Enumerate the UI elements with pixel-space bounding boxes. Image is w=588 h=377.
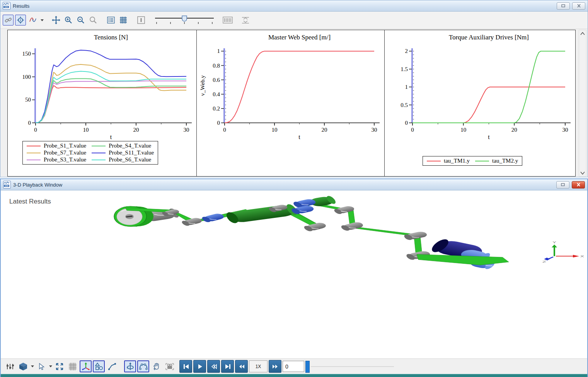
x-axis-label: t — [298, 134, 300, 140]
legend-label: Probe_S3_T.value — [44, 156, 86, 163]
close-button[interactable] — [572, 181, 585, 188]
playback-titlebar[interactable]: SIM 3-D Playback Window — [1, 179, 587, 190]
curve-style-dropdown[interactable] — [41, 19, 44, 21]
frame-input[interactable] — [283, 361, 304, 372]
series-tau_TM1.y[interactable] — [412, 87, 565, 123]
view-cube-dropdown[interactable] — [31, 365, 34, 367]
series-Probe_S11_T.value[interactable] — [36, 50, 186, 123]
fast-forward-button[interactable] — [269, 360, 281, 373]
legend-entry: Probe_S3_T.value — [27, 156, 86, 163]
fit-view-button[interactable] — [53, 360, 65, 372]
slider-handle[interactable] — [305, 361, 310, 373]
y-tick-label: 1.5 — [401, 66, 408, 72]
legend-entry: Probe_S6_T.value — [92, 156, 154, 163]
restore-button[interactable] — [556, 181, 569, 188]
results-toolbar — [0, 12, 588, 29]
select-pointer-dropdown[interactable] — [49, 365, 52, 367]
link-button[interactable] — [3, 15, 14, 25]
playback-toolbar: 1X — [1, 358, 587, 374]
axis-label-x: X — [580, 255, 584, 258]
close-button[interactable] — [572, 2, 585, 10]
pan-hand-button[interactable] — [150, 360, 162, 372]
vertical-scrollbar[interactable] — [579, 30, 586, 177]
playback-window: SIM 3-D Playback Window — [0, 178, 588, 377]
x-tick-label: 0 — [223, 127, 226, 133]
rewind-button[interactable] — [235, 360, 248, 373]
orbit-view-button[interactable] — [137, 360, 149, 372]
scroll-up-icon[interactable] — [579, 30, 586, 37]
series-Probe_S4_T.value[interactable] — [36, 79, 186, 123]
legend-entry: tau_TM1.y — [427, 158, 470, 164]
geometry-shapes-button[interactable] — [93, 360, 105, 372]
legend-line-sample — [92, 160, 106, 160]
y-tick-label: 0.6 — [213, 77, 220, 83]
zoom-out-button[interactable] — [75, 15, 86, 25]
legend-line-sample — [92, 153, 106, 153]
series-Probe_S6_T.value[interactable] — [36, 71, 186, 123]
scene-3d-viewport[interactable]: Y X Z — [1, 191, 587, 359]
play-button[interactable] — [193, 360, 206, 373]
skip-to-start-button[interactable] — [179, 360, 192, 373]
view-cube-button[interactable] — [17, 360, 29, 372]
record-video-button[interactable] — [164, 360, 176, 372]
series-Probe_S7_T.value[interactable] — [36, 65, 186, 123]
app-icon: SIM — [3, 2, 10, 10]
step-back-button[interactable] — [207, 360, 220, 373]
pan-button[interactable] — [51, 15, 61, 25]
playback-time-slider[interactable] — [305, 360, 406, 372]
x-tick-label: 30 — [372, 127, 377, 133]
chart-plot: Master Web Speed [m/]00.20.40.60.8101020… — [197, 30, 384, 143]
x-tick-label: 20 — [511, 127, 517, 133]
y-tick-label: 1 — [405, 84, 408, 90]
legend-entry: Probe_S4_T.value — [92, 143, 154, 149]
x-tick-label: 30 — [184, 127, 189, 133]
legend-entry: Probe_S1_T.value — [27, 143, 86, 149]
y-tick-label: 0.5 — [401, 102, 408, 108]
series-Probe_S1_T.value[interactable] — [36, 86, 186, 123]
drive-drum-green[interactable] — [224, 204, 299, 224]
restore-button[interactable] — [557, 2, 570, 10]
curve-style-button[interactable] — [27, 15, 38, 25]
results-titlebar[interactable]: SIM Results — [0, 0, 588, 12]
legend-entry: Probe_S11_T.value — [92, 149, 154, 156]
select-pointer-button[interactable] — [35, 360, 47, 372]
legend-line-sample — [27, 153, 41, 153]
y-axis — [223, 48, 225, 123]
legend-entry: tau_TM2.y — [475, 158, 518, 164]
results-window: SIM Results — [0, 0, 588, 177]
time-slider[interactable] — [153, 14, 215, 27]
grid-button[interactable] — [66, 360, 78, 372]
y-tick-label: 50 — [25, 97, 31, 103]
skip-to-end-button[interactable] — [221, 360, 234, 373]
fit-height-button[interactable] — [240, 15, 251, 25]
chart-master-web-speed[interactable]: Master Web Speed [m/]00.20.40.60.8101020… — [196, 30, 384, 176]
y-tick-label: 1 — [217, 48, 220, 54]
application-stage: SIM Results — [0, 0, 588, 377]
y-tick-label: 0.2 — [213, 105, 220, 112]
app-icon: SIM — [3, 181, 11, 188]
grid-button[interactable] — [118, 15, 129, 25]
speed-indicator[interactable]: 1X — [249, 360, 268, 372]
x-tick-label: 0 — [411, 127, 414, 133]
legend-entry: Probe_S7_T.value — [27, 149, 86, 156]
display-settings-button[interactable] — [4, 360, 16, 372]
coordinate-axes-button[interactable] — [80, 360, 92, 372]
list-button[interactable] — [106, 15, 116, 25]
measure-polyline-button[interactable] — [106, 360, 118, 372]
zoom-window-button[interactable] — [88, 15, 99, 25]
chart-tensions[interactable]: Tensions [N]0501001500102030tProbe_S1_T.… — [8, 30, 196, 176]
chart-torque-aux-drives[interactable]: Torque Auxiliary Drives [Nm]00.511.52010… — [384, 30, 575, 176]
dancer-roller-blue[interactable] — [200, 213, 226, 223]
rotate-view-button[interactable] — [124, 360, 136, 372]
zoom-in-button[interactable] — [63, 15, 74, 25]
cursor-line-button[interactable] — [136, 15, 147, 25]
x-tick-label: 20 — [322, 127, 327, 133]
x-tick-label: 10 — [272, 127, 278, 133]
x-axis-label: t — [110, 134, 112, 140]
chart-title: Master Web Speed [m/] — [268, 34, 331, 41]
series-v_Web.y[interactable] — [225, 51, 374, 123]
crosshair-button[interactable] — [15, 15, 26, 25]
scroll-down-icon[interactable] — [579, 170, 586, 176]
legend-label: Probe_S1_T.value — [44, 143, 86, 149]
bars-button[interactable] — [222, 15, 233, 25]
